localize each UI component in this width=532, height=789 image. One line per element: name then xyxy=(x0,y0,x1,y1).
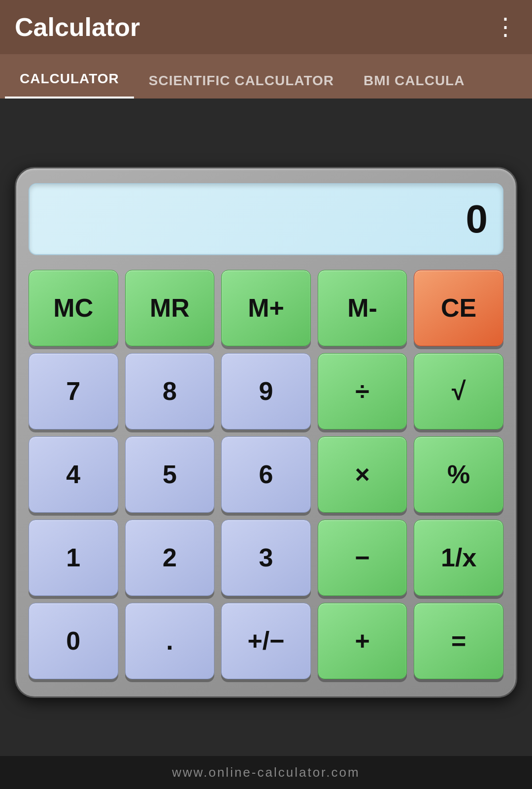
btn-add[interactable]: + xyxy=(318,603,407,679)
btn-pm[interactable]: +/− xyxy=(221,603,311,679)
tab-bmi[interactable]: BMI CALCULA xyxy=(349,63,479,99)
btn-mplus[interactable]: M+ xyxy=(221,270,311,346)
btn-mul[interactable]: × xyxy=(318,436,407,513)
btn-ce[interactable]: CE xyxy=(414,270,503,346)
btn-inv[interactable]: 1/x xyxy=(414,520,503,596)
btn-8[interactable]: 8 xyxy=(125,353,215,429)
btn-6[interactable]: 6 xyxy=(221,436,311,513)
tab-bar: CALCULATOR SCIENTIFIC CALCULATOR BMI CAL… xyxy=(0,54,532,99)
tab-scientific[interactable]: SCIENTIFIC CALCULATOR xyxy=(134,63,349,99)
more-options-icon[interactable]: ⋮ xyxy=(494,15,517,39)
display: 0 xyxy=(29,183,503,255)
btn-mr[interactable]: MR xyxy=(125,270,215,346)
btn-7[interactable]: 7 xyxy=(29,353,118,429)
btn-2[interactable]: 2 xyxy=(125,520,215,596)
btn-1[interactable]: 1 xyxy=(29,520,118,596)
btn-mc[interactable]: MC xyxy=(29,270,118,346)
btn-0[interactable]: 0 xyxy=(29,603,118,679)
button-grid: MCMRM+M-CE789÷√456×%123−1/x0.+/−+= xyxy=(29,270,503,679)
btn-eq[interactable]: = xyxy=(414,603,503,679)
btn-mminus[interactable]: M- xyxy=(318,270,407,346)
tab-calculator[interactable]: CALCULATOR xyxy=(5,61,134,99)
btn-div[interactable]: ÷ xyxy=(318,353,407,429)
calculator-wrapper: 0 MCMRM+M-CE789÷√456×%123−1/x0.+/−+= xyxy=(0,99,532,756)
btn-dot[interactable]: . xyxy=(125,603,215,679)
btn-3[interactable]: 3 xyxy=(221,520,311,596)
btn-pct[interactable]: % xyxy=(414,436,503,513)
footer: www.online-calculator.com xyxy=(0,756,532,789)
btn-sub[interactable]: − xyxy=(318,520,407,596)
btn-5[interactable]: 5 xyxy=(125,436,215,513)
btn-4[interactable]: 4 xyxy=(29,436,118,513)
btn-9[interactable]: 9 xyxy=(221,353,311,429)
app-bar: Calculator ⋮ xyxy=(0,0,532,54)
app-title: Calculator xyxy=(15,12,140,42)
btn-sqrt[interactable]: √ xyxy=(414,353,503,429)
calculator-body: 0 MCMRM+M-CE789÷√456×%123−1/x0.+/−+= xyxy=(15,167,517,698)
